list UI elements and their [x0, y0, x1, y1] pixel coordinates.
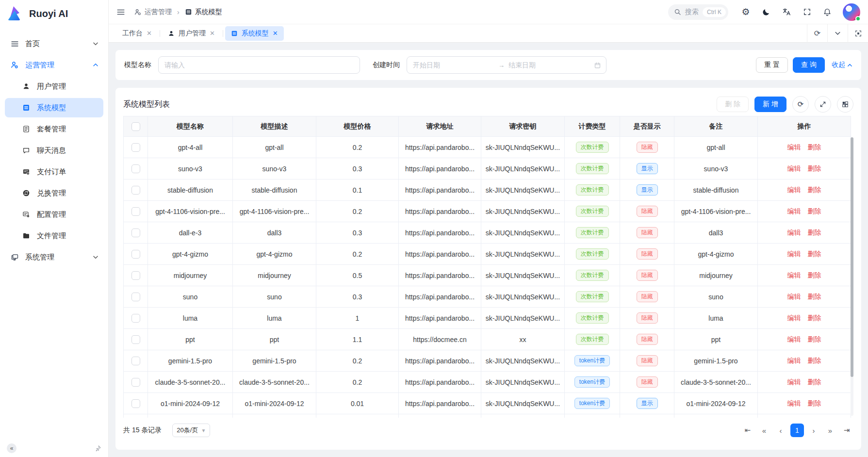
close-icon[interactable]: ✕ — [210, 30, 215, 37]
billing-type-cell: 次数计费 — [565, 180, 620, 201]
sidebar-item-config-management[interactable]: 配置管理 — [5, 205, 103, 224]
sidebar-item-file-management[interactable]: 文件管理 — [5, 226, 103, 245]
row-checkbox[interactable] — [131, 164, 140, 173]
collapse-filter-link[interactable]: 收起 — [832, 61, 852, 69]
sidebar-item-chat-messages[interactable]: 聊天消息 — [5, 141, 103, 160]
delete-link[interactable]: 删除 — [808, 250, 821, 258]
global-search[interactable]: 搜索 Ctrl K — [668, 4, 728, 20]
close-icon[interactable]: ✕ — [273, 30, 278, 37]
row-checkbox[interactable] — [131, 335, 140, 344]
current-page-button[interactable]: 1 — [790, 424, 804, 437]
delete-link[interactable]: 删除 — [808, 164, 821, 172]
end-date-input[interactable] — [508, 61, 591, 69]
breadcrumb-system-model[interactable]: 系统模型 — [185, 8, 222, 16]
delete-link[interactable]: 删除 — [808, 378, 821, 386]
model-name-cell: gemini-1.5-pro — [148, 350, 233, 372]
delete-link[interactable]: 删除 — [808, 357, 821, 364]
delete-link[interactable]: 删除 — [808, 314, 821, 322]
row-checkbox[interactable] — [131, 186, 140, 195]
edit-link[interactable]: 编辑 — [787, 228, 801, 236]
delete-link[interactable]: 删除 — [808, 293, 821, 300]
start-date-input[interactable] — [412, 61, 495, 69]
content-fullscreen-icon[interactable] — [848, 24, 868, 43]
last-page-button[interactable]: ⇥ — [840, 424, 853, 437]
date-range-picker[interactable]: → — [407, 56, 606, 74]
edit-link[interactable]: 编辑 — [787, 378, 801, 386]
user-avatar[interactable] — [843, 3, 860, 21]
delete-link[interactable]: 删除 — [808, 207, 821, 215]
delete-link[interactable]: 删除 — [808, 143, 821, 151]
row-checkbox[interactable] — [131, 399, 140, 408]
next-page-button[interactable]: › — [807, 424, 820, 437]
tab-system-model[interactable]: 系统模型 ✕ — [225, 26, 284, 41]
delete-link[interactable]: 删除 — [808, 399, 821, 407]
chevron-down-icon[interactable] — [827, 24, 848, 43]
model-price-cell: 0.3 — [316, 158, 399, 180]
edit-link[interactable]: 编辑 — [787, 271, 801, 279]
scrollbar-thumb[interactable] — [851, 137, 853, 377]
row-checkbox[interactable] — [131, 271, 140, 280]
edit-link[interactable]: 编辑 — [787, 335, 801, 343]
dark-mode-moon-icon[interactable] — [758, 4, 774, 20]
delete-link[interactable]: 删除 — [808, 228, 821, 236]
row-checkbox[interactable] — [131, 207, 140, 216]
expand-icon[interactable] — [815, 96, 831, 113]
select-all-checkbox[interactable] — [131, 122, 140, 131]
reset-button[interactable]: 重 置 — [756, 57, 788, 73]
edit-link[interactable]: 编辑 — [787, 250, 801, 258]
sidebar-item-operations[interactable]: 运营管理 — [5, 55, 103, 75]
model-name-input[interactable] — [158, 56, 360, 74]
edit-link[interactable]: 编辑 — [787, 399, 801, 407]
jump-back-button[interactable]: « — [757, 424, 771, 437]
request-key-cell: xx — [481, 329, 565, 350]
first-page-button[interactable]: ⇤ — [741, 424, 754, 437]
tab-workbench[interactable]: 工作台 ✕ — [116, 26, 158, 41]
notification-bell-icon[interactable] — [819, 4, 835, 20]
row-checkbox[interactable] — [131, 357, 140, 365]
sidebar-item-system-model[interactable]: 系统模型 — [5, 98, 103, 117]
row-checkbox[interactable] — [131, 293, 140, 301]
pin-icon[interactable] — [95, 445, 101, 452]
breadcrumb-separator: › — [177, 8, 180, 16]
jump-forward-button[interactable]: » — [823, 424, 837, 437]
breadcrumb-operations[interactable]: 运营管理 — [134, 8, 172, 16]
delete-link[interactable]: 删除 — [808, 271, 821, 279]
visibility-tag: 隐藏 — [637, 334, 658, 345]
sidebar-item-payment-orders[interactable]: 支付订单 — [5, 162, 103, 181]
page-size-select[interactable]: 20条/页 ▼ — [172, 424, 210, 437]
hamburger-icon[interactable] — [116, 8, 125, 16]
edit-link[interactable]: 编辑 — [787, 207, 801, 215]
row-checkbox[interactable] — [131, 228, 140, 237]
edit-link[interactable]: 编辑 — [787, 143, 801, 151]
sidebar-item-user-management[interactable]: 用户管理 — [5, 77, 103, 96]
edit-link[interactable]: 编辑 — [787, 186, 801, 194]
edit-link[interactable]: 编辑 — [787, 293, 801, 300]
add-button[interactable]: 新 增 — [754, 97, 786, 112]
query-button[interactable]: 查 询 — [793, 57, 825, 73]
batch-delete-button[interactable]: 删 除 — [717, 97, 749, 112]
edit-link[interactable]: 编辑 — [787, 357, 801, 364]
prev-page-button[interactable]: ‹ — [774, 424, 787, 437]
sidebar-item-home[interactable]: 首页 — [5, 34, 103, 53]
row-checkbox[interactable] — [131, 143, 140, 152]
sidebar-collapse-button[interactable]: « — [7, 443, 16, 453]
row-checkbox[interactable] — [131, 378, 140, 387]
edit-link[interactable]: 编辑 — [787, 164, 801, 172]
column-settings-icon[interactable] — [837, 96, 853, 113]
row-checkbox[interactable] — [131, 250, 140, 259]
close-icon[interactable]: ✕ — [147, 30, 152, 37]
sidebar-item-exchange-management[interactable]: 兑换管理 — [5, 183, 103, 203]
language-translate-icon[interactable] — [779, 4, 794, 20]
model-name-cell: suno-v3 — [148, 158, 233, 180]
sidebar-item-system-management[interactable]: 系统管理 — [5, 247, 103, 267]
edit-link[interactable]: 编辑 — [787, 314, 801, 322]
fullscreen-icon[interactable] — [799, 4, 815, 20]
sidebar-item-package-management[interactable]: 套餐管理 — [5, 119, 103, 139]
refresh-icon[interactable]: ⟳ — [792, 96, 809, 113]
delete-link[interactable]: 删除 — [808, 335, 821, 343]
row-checkbox[interactable] — [131, 314, 140, 323]
refresh-icon[interactable]: ⟳ — [807, 24, 827, 43]
delete-link[interactable]: 删除 — [808, 186, 821, 194]
tab-user-management[interactable]: 用户管理 ✕ — [162, 26, 221, 41]
settings-gear-icon[interactable]: ⚙ — [738, 4, 753, 20]
